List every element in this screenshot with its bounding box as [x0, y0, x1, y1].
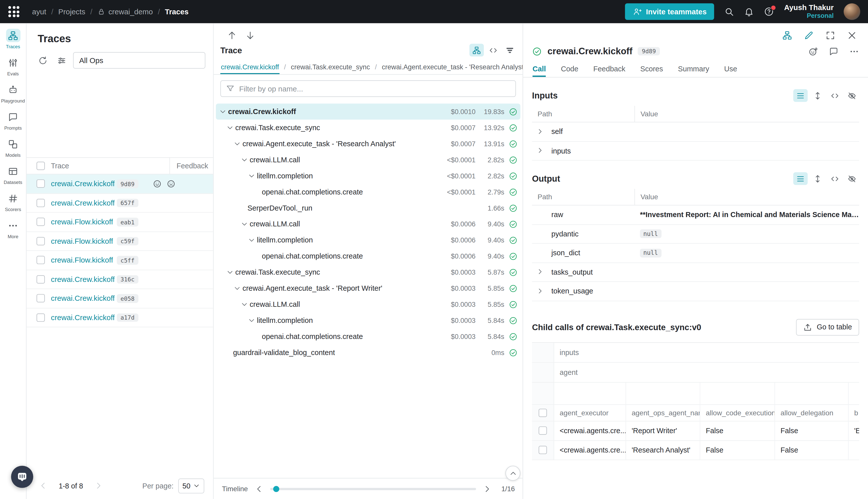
- trace-tree-node[interactable]: crewai.Task.execute_sync$0.00035.87s: [216, 264, 520, 280]
- output-code-view-button[interactable]: [828, 172, 842, 185]
- timeline-slider[interactable]: [270, 488, 476, 490]
- trace-tree-node[interactable]: crewai.Crew.kickoff$0.001019.83s: [216, 104, 520, 120]
- kv-row-self[interactable]: self: [532, 122, 859, 142]
- rail-item-datasets[interactable]: Datasets: [0, 165, 26, 185]
- output-hide-button[interactable]: [845, 172, 859, 185]
- prev-page-button[interactable]: [39, 481, 48, 490]
- timeline-next-button[interactable]: [483, 484, 492, 493]
- breadcrumb-team[interactable]: ayut: [32, 8, 46, 16]
- trace-row[interactable]: crewai.Flow.kickoffeab1: [27, 212, 213, 232]
- trace-tree-node[interactable]: crewai.Agent.execute_task - 'Report Writ…: [216, 280, 520, 296]
- trace-row[interactable]: crewai.Flow.kickoffc59f: [27, 232, 213, 251]
- chevron-down-icon[interactable]: [239, 220, 248, 228]
- avatar[interactable]: [844, 3, 860, 20]
- user-menu[interactable]: Ayush Thakur Personal: [784, 3, 834, 20]
- overflow-menu-icon[interactable]: [849, 46, 859, 56]
- trace-row[interactable]: crewai.Crew.kickoffe058: [27, 289, 213, 308]
- kv-row-raw[interactable]: raw**Investment Report: AI in Chemical a…: [532, 206, 859, 224]
- trace-row[interactable]: crewai.Crew.kickoff9d89: [27, 174, 213, 194]
- breadcrumb-projects[interactable]: Projects: [58, 8, 85, 16]
- chevron-right-icon[interactable]: [536, 147, 544, 155]
- trace-tree-node[interactable]: crewai.Task.execute_sync$0.000713.92s: [216, 120, 520, 136]
- chevron-down-icon[interactable]: [218, 107, 227, 116]
- chevron-right-icon[interactable]: [536, 128, 544, 136]
- kv-row-inputs[interactable]: inputs: [532, 142, 859, 160]
- chevron-down-icon[interactable]: [225, 123, 234, 132]
- chevron-down-icon[interactable]: [247, 316, 256, 325]
- kv-row-json_dict[interactable]: json_dictnull: [532, 244, 859, 263]
- call-id-badge[interactable]: 9d89: [638, 47, 660, 56]
- rail-item-evals[interactable]: Evals: [0, 56, 26, 77]
- breadcrumb-project[interactable]: crewai_demo: [97, 8, 153, 16]
- timeline-handle[interactable]: [273, 486, 279, 492]
- row-checkbox[interactable]: [539, 446, 547, 454]
- rail-item-playground[interactable]: Playground: [0, 83, 26, 104]
- trace-link[interactable]: crewai.Flow.kickoff: [51, 237, 113, 245]
- flame-view-button[interactable]: [503, 44, 517, 57]
- trace-link[interactable]: crewai.Crew.kickoff: [51, 199, 115, 207]
- help-icon[interactable]: [764, 7, 774, 16]
- rail-item-more[interactable]: More: [0, 219, 26, 240]
- trace-tree-node[interactable]: crewai.LLM.call$0.00035.85s: [216, 296, 520, 312]
- add-reaction-icon[interactable]: [808, 46, 818, 56]
- row-checkbox[interactable]: [36, 237, 45, 245]
- chevron-down-icon[interactable]: [247, 171, 256, 180]
- trace-tree-node[interactable]: litellm.completion$0.00035.84s: [216, 312, 520, 328]
- negative-feedback-icon[interactable]: [166, 179, 175, 188]
- trace-tree-node[interactable]: SerperDevTool._run1.66s: [216, 200, 520, 216]
- row-checkbox[interactable]: [36, 256, 45, 264]
- fullscreen-icon[interactable]: [825, 31, 835, 40]
- child-call-row[interactable]: <crewai.agents.cre...'Report Writer'Fals…: [532, 421, 859, 440]
- tab-code[interactable]: Code: [561, 61, 578, 77]
- trace-row[interactable]: crewai.Crew.kickoffa17d: [27, 308, 213, 327]
- trace-tree-node[interactable]: crewai.Agent.execute_task - 'Research An…: [216, 136, 520, 152]
- trace-row[interactable]: crewai.Flow.kickoffc5ff: [27, 251, 213, 270]
- row-checkbox[interactable]: [36, 294, 45, 303]
- notifications-icon[interactable]: [744, 7, 754, 16]
- ops-filter-select[interactable]: All Ops: [73, 52, 206, 69]
- trace-row[interactable]: crewai.Crew.kickoff657f: [27, 194, 213, 212]
- row-checkbox[interactable]: [36, 199, 45, 207]
- row-checkbox[interactable]: [539, 426, 547, 435]
- rail-item-models[interactable]: Models: [0, 137, 26, 158]
- trace-tree-node[interactable]: openai.chat.completions.create$0.00069.4…: [216, 248, 520, 264]
- next-trace-button[interactable]: [245, 31, 255, 40]
- tree-view-button[interactable]: [469, 44, 484, 57]
- tab-call[interactable]: Call: [532, 61, 546, 77]
- trace-row[interactable]: crewai.Crew.kickoff316c: [27, 270, 213, 289]
- edit-icon[interactable]: [804, 31, 814, 40]
- row-checkbox[interactable]: [36, 218, 45, 226]
- chevron-down-icon[interactable]: [233, 284, 241, 293]
- trace-path-tab[interactable]: crewai.Agent.execute_task - 'Research An…: [381, 59, 523, 74]
- output-expand-rows-button[interactable]: [810, 172, 825, 185]
- chevron-down-icon[interactable]: [247, 236, 256, 244]
- comment-icon[interactable]: [829, 46, 839, 56]
- inputs-expand-rows-button[interactable]: [810, 89, 825, 102]
- open-trace-tree-icon[interactable]: [782, 31, 792, 40]
- chevron-right-icon[interactable]: [536, 287, 544, 295]
- row-checkbox[interactable]: [36, 180, 45, 188]
- chevron-down-icon[interactable]: [233, 139, 241, 148]
- per-page-select[interactable]: 50: [178, 478, 204, 493]
- collapse-timeline-button[interactable]: [505, 466, 520, 481]
- previous-trace-button[interactable]: [227, 31, 237, 40]
- op-filter-input[interactable]: [239, 84, 510, 93]
- inputs-code-view-button[interactable]: [828, 89, 842, 102]
- chevron-right-icon[interactable]: [536, 268, 544, 276]
- refresh-button[interactable]: [35, 53, 50, 68]
- trace-tree-node[interactable]: openai.chat.completions.create$0.00035.8…: [216, 328, 520, 344]
- chevron-down-icon[interactable]: [239, 300, 248, 309]
- rail-item-traces[interactable]: Traces: [0, 29, 26, 49]
- tab-feedback[interactable]: Feedback: [593, 61, 625, 77]
- row-checkbox[interactable]: [36, 275, 45, 283]
- tab-scores[interactable]: Scores: [640, 61, 663, 77]
- kv-row-token_usage[interactable]: token_usage: [532, 282, 859, 301]
- tab-use[interactable]: Use: [724, 61, 737, 77]
- trace-link[interactable]: crewai.Crew.kickoff: [51, 294, 115, 303]
- close-icon[interactable]: [847, 31, 857, 40]
- positive-feedback-icon[interactable]: [153, 179, 161, 188]
- tab-summary[interactable]: Summary: [678, 61, 709, 77]
- rail-item-scorers[interactable]: Scorers: [0, 192, 26, 212]
- chevron-down-icon[interactable]: [239, 155, 248, 164]
- timeline-prev-button[interactable]: [255, 484, 263, 493]
